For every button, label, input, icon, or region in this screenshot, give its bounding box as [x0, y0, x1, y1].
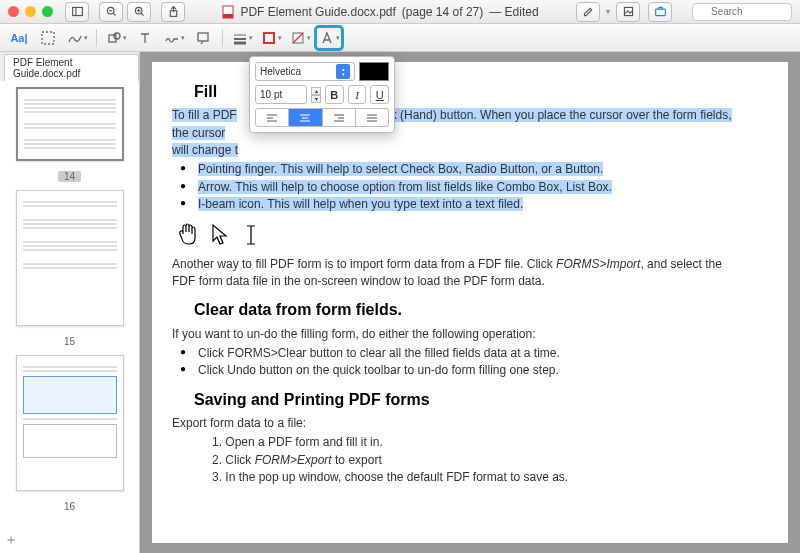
svg-line-3 [113, 13, 115, 15]
window-traffic-lights [8, 6, 53, 17]
page-thumbnail[interactable] [16, 190, 124, 326]
border-tool[interactable]: ▾ [229, 27, 255, 49]
page-number: 15 [58, 336, 81, 347]
share-button[interactable] [161, 2, 185, 22]
align-justify-button[interactable] [356, 108, 389, 127]
add-page-button[interactable]: ＋ [4, 531, 18, 549]
body-text: Export form data to a file: [172, 415, 748, 432]
fill-color-tool[interactable]: ▾ [287, 27, 313, 49]
align-center-button[interactable] [289, 108, 322, 127]
font-family-select[interactable]: Helvetica▴▾ [255, 62, 355, 81]
font-size-stepper[interactable]: ▴▾ [311, 87, 321, 103]
actions-button[interactable] [648, 2, 672, 22]
zoom-out-button[interactable] [99, 2, 123, 22]
cursor-icons [176, 222, 748, 248]
underline-button[interactable]: U [370, 85, 389, 104]
page-thumbnail[interactable] [16, 355, 124, 491]
sidebar-toggle[interactable] [65, 2, 89, 22]
note-tool[interactable] [190, 27, 216, 49]
font-popover: Helvetica▴▾ 10 pt ▴▾ B I U [249, 56, 395, 133]
italic-button[interactable]: I [348, 85, 367, 104]
sketch-tool[interactable]: ▾ [64, 27, 90, 49]
arrow-cursor-icon [208, 222, 230, 248]
document-viewport: Fill To fill a PDFck (Hand) button. When… [140, 52, 800, 553]
pdf-icon [222, 5, 234, 19]
zoom-window[interactable] [42, 6, 53, 17]
align-right-button[interactable] [323, 108, 356, 127]
selection-tool[interactable] [35, 27, 61, 49]
svg-line-23 [293, 33, 303, 43]
hand-cursor-icon [176, 222, 198, 248]
titlebar: PDF Element Guide.docx.pdf (page 14 of 2… [0, 0, 800, 24]
svg-rect-11 [223, 14, 233, 18]
align-left-button[interactable] [255, 108, 289, 127]
body-text: If you want to un-do the filling form, d… [172, 326, 748, 343]
markup-toggle[interactable] [616, 2, 640, 22]
zoom-in-button[interactable] [127, 2, 151, 22]
page-number: 16 [58, 501, 81, 512]
document-page: Fill To fill a PDFck (Hand) button. When… [152, 62, 788, 543]
font-tool[interactable]: ▾ [316, 27, 342, 49]
minimize-window[interactable] [25, 6, 36, 17]
svg-rect-0 [72, 7, 82, 15]
svg-line-6 [141, 13, 143, 15]
window-title: PDF Element Guide.docx.pdf (page 14 of 2… [187, 5, 574, 19]
page-number: 14 [58, 171, 81, 182]
close-window[interactable] [8, 6, 19, 17]
numbered-list: 1. Open a PDF form and fill it in. 2. Cl… [194, 434, 748, 486]
text-style-tool[interactable]: Aa| [6, 27, 32, 49]
alignment-segmented [255, 108, 389, 127]
text-tool[interactable] [132, 27, 158, 49]
shapes-tool[interactable]: ▾ [103, 27, 129, 49]
thumbnails-sidebar: PDF Element Guide.docx.pdf 14 15 16 ＋ [0, 52, 140, 553]
svg-rect-17 [198, 33, 208, 41]
bold-button[interactable]: B [325, 85, 344, 104]
heading-saving: Saving and Printing PDF forms [194, 388, 748, 411]
markup-toolbar: Aa| ▾ ▾ ▾ ▾ ▾ ▾ ▾ [0, 24, 800, 52]
svg-rect-21 [264, 33, 274, 43]
svg-rect-13 [655, 9, 665, 16]
sign-tool[interactable]: ▾ [161, 27, 187, 49]
bullet-list: Click FORMS>Clear button to clear all th… [176, 345, 748, 380]
page-thumbnail[interactable] [16, 87, 124, 161]
svg-rect-14 [42, 32, 54, 44]
font-size-field[interactable]: 10 pt [255, 85, 307, 104]
search-input[interactable] [692, 3, 792, 21]
edit-button[interactable] [576, 2, 600, 22]
stroke-color-tool[interactable]: ▾ [258, 27, 284, 49]
font-color-swatch[interactable] [359, 62, 389, 81]
heading-clear: Clear data from form fields. [194, 298, 748, 321]
body-text: Another way to fill PDF form is to impor… [172, 256, 748, 291]
bullet-list: Pointing finger. This will help to selec… [176, 161, 748, 213]
titlebar-right: ▾ [574, 2, 792, 22]
svg-point-16 [114, 33, 120, 39]
ibeam-cursor-icon [240, 222, 262, 248]
sidebar-tab[interactable]: PDF Element Guide.docx.pdf [4, 54, 139, 81]
